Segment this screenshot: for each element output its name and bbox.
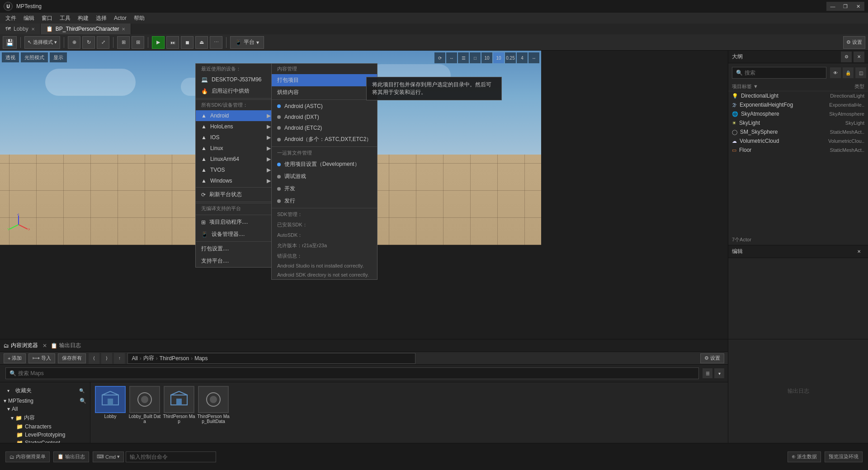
outliner-layers-button[interactable]: ◫: [855, 67, 866, 78]
menu-tools[interactable]: 工具: [56, 13, 74, 24]
outliner-item-floor[interactable]: ▭ Floor StaticMeshAct..: [728, 146, 868, 155]
dropdown-item-refresh[interactable]: ⟳ 刷新平台状态: [196, 188, 276, 201]
settings-button[interactable]: ⚙ 设置: [843, 36, 865, 49]
skip-button[interactable]: ⏭: [166, 36, 179, 49]
path-all[interactable]: All: [132, 355, 137, 362]
lit-button[interactable]: 光照模式: [21, 52, 48, 62]
outliner-item-skysphere[interactable]: ◯ SM_SkySphere StaticMeshAct..: [728, 127, 868, 136]
cb-search-box[interactable]: 🔍: [5, 367, 699, 379]
tab-bp-close[interactable]: ✕: [122, 27, 125, 32]
dropdown-item-desktop[interactable]: 💻 DESKTOP-J537M96: [196, 74, 276, 85]
android-submenu-cook[interactable]: 烘焙内容: [272, 86, 377, 99]
cb-back-button[interactable]: ⟨: [89, 353, 99, 364]
outliner-item-cloud[interactable]: ☁ VolumetricCloud VolumetricClou..: [728, 136, 868, 146]
cb-asset-lobby[interactable]: Lobby: [94, 386, 127, 424]
dropdown-item-linuxarm[interactable]: ▲ LinuxArm64 ▶: [196, 154, 276, 164]
cb-tab-close[interactable]: ✕: [42, 343, 47, 349]
cb-tree-all[interactable]: ▾ All: [0, 405, 90, 413]
cb-filter-btn[interactable]: ☰: [703, 368, 712, 378]
vp-btn-grid[interactable]: 10: [481, 52, 492, 63]
cb-tree-characters[interactable]: 📁 Characters: [0, 423, 90, 431]
android-format-etc2[interactable]: Android (ETC2): [272, 122, 377, 133]
dropdown-item-hotcook[interactable]: 🔥 启用运行中烘焙: [196, 85, 276, 97]
cb-search-input[interactable]: [18, 370, 695, 376]
content-sidebar-button[interactable]: 🗂 内容侧滑菜单: [5, 451, 50, 462]
menu-edit[interactable]: 编辑: [20, 13, 38, 24]
platform-button[interactable]: 📱 平台 ▾: [230, 36, 264, 49]
menu-select[interactable]: 选择: [92, 13, 110, 24]
path-thirdperson[interactable]: ThirdPerson: [160, 355, 189, 362]
select-mode-button[interactable]: ↖ 选择模式 ▾: [24, 36, 60, 49]
tab-bp-third[interactable]: 📋 BP_ThirdPersonCharacter ✕: [41, 24, 132, 34]
outliner-item-skylight[interactable]: ☀ SkyLight SkyLight: [728, 118, 868, 127]
cb-tab-main[interactable]: 🗂 内容浏览器 ✕: [4, 342, 47, 349]
vp-btn-1[interactable]: ⟳: [434, 52, 445, 63]
cb-asset-thirdpersonmap-builtdata[interactable]: ThirdPerson Map_BuiltData: [197, 386, 230, 424]
vp-btn-scale[interactable]: 0.25: [505, 52, 516, 63]
cmd-input[interactable]: [126, 451, 216, 462]
preview-render-button[interactable]: 预览渲染环境: [825, 451, 863, 462]
snap2-btn[interactable]: ⊞: [132, 36, 144, 49]
android-config-devset[interactable]: 使用项目设置（Development）: [272, 158, 377, 170]
rotate-btn[interactable]: ↻: [82, 36, 95, 49]
outliner-item-skyatm[interactable]: 🌐 SkyAtmosphere SkyAtmosphere: [728, 109, 868, 118]
outliner-lock-button[interactable]: 🔒: [843, 67, 854, 78]
cb-sidebar-collapse[interactable]: ▾: [3, 385, 14, 396]
android-format-dxt[interactable]: Android (DXT): [272, 112, 377, 122]
minimize-button[interactable]: —: [826, 2, 839, 11]
save-button[interactable]: 💾: [3, 36, 17, 49]
vp-btn-more[interactable]: ↔: [528, 52, 539, 63]
cb-forward-button[interactable]: ⟩: [101, 353, 112, 364]
cb-import-button[interactable]: ⟼ 导入: [28, 353, 55, 363]
dropdown-item-device-mgr[interactable]: 📱 设备管理器....: [196, 228, 276, 240]
outliner-search-box[interactable]: 🔍: [732, 67, 826, 79]
dropdown-item-package-settings[interactable]: 打包设置....: [196, 243, 276, 255]
cb-asset-thirdpersonmap[interactable]: ThirdPerson Map: [163, 386, 195, 424]
path-content[interactable]: 内容: [143, 354, 154, 362]
vp-btn-cam[interactable]: 4: [517, 52, 528, 63]
dropdown-item-support-platform[interactable]: 支持平台....: [196, 255, 276, 267]
dropdown-item-hololens[interactable]: ▲ HoloLens ▶: [196, 121, 276, 132]
menu-build[interactable]: 构建: [74, 13, 92, 24]
outliner-close-button[interactable]: ✕: [854, 52, 864, 62]
dropdown-item-tvos[interactable]: ▲ TVOS ▶: [196, 164, 276, 175]
scale-btn[interactable]: ⤢: [97, 36, 109, 49]
dropdown-item-ios[interactable]: ▲ IOS ▶: [196, 132, 276, 143]
tab-lobby[interactable]: 🗺 Lobby ✕: [0, 24, 41, 34]
cb-tree-levelprototyping[interactable]: 📁 LevelPrototyping: [0, 431, 90, 439]
outliner-settings-button[interactable]: ⚙: [841, 52, 852, 62]
menu-help[interactable]: 帮助: [130, 13, 148, 24]
derive-gen-button[interactable]: ⊕ 派生数据: [788, 451, 821, 462]
tab-lobby-close[interactable]: ✕: [31, 27, 35, 32]
dropdown-item-android[interactable]: ▲ Android ▶: [196, 110, 276, 121]
snap-btn[interactable]: ⊞: [117, 36, 130, 49]
cb-settings-button[interactable]: ⚙ 设置: [700, 353, 724, 363]
outliner-search-input[interactable]: [745, 70, 822, 76]
show-button[interactable]: 显示: [50, 52, 67, 62]
cb-tree-mptesting[interactable]: ▾ MPTesting 🔍: [0, 397, 90, 405]
perspective-button[interactable]: 透视: [2, 52, 19, 62]
cb-tree-startercontent[interactable]: 📁 StarterContent: [0, 439, 90, 443]
cb-asset-lobby-builtdata[interactable]: Lobby_Built Data: [128, 386, 161, 424]
outliner-item-dirlight[interactable]: 💡 DirectionalLight DirectionalLight: [728, 91, 868, 100]
android-config-dev[interactable]: 开发: [272, 183, 377, 195]
vp-btn-3[interactable]: ☰: [458, 52, 469, 63]
transform-btn[interactable]: ⊕: [68, 36, 80, 49]
android-format-astc[interactable]: Android (ASTC): [272, 101, 377, 112]
more-button[interactable]: ⋯: [210, 36, 222, 49]
cb-view-options-btn[interactable]: ▾: [714, 368, 724, 378]
details-close-button[interactable]: ✕: [854, 246, 864, 257]
cb-tree-neicontent[interactable]: ▾ 📁 内容: [0, 413, 90, 423]
dropdown-item-linux[interactable]: ▲ Linux ▶: [196, 143, 276, 154]
play-button[interactable]: ▶: [152, 36, 165, 49]
android-config-debug[interactable]: 调试游戏: [272, 170, 377, 183]
menu-file[interactable]: 文件: [2, 13, 20, 24]
maximize-button[interactable]: ❐: [839, 2, 852, 11]
vp-btn-4[interactable]: □: [470, 52, 481, 63]
cb-sidebar-search-btn[interactable]: 🔍: [76, 385, 87, 396]
android-config-ship[interactable]: 发行: [272, 195, 377, 207]
vp-btn-angle[interactable]: 10: [493, 52, 504, 63]
cb-up-button[interactable]: ↑: [114, 353, 125, 364]
stop-button[interactable]: ⏹: [181, 36, 193, 49]
menu-window[interactable]: 窗口: [38, 13, 56, 24]
